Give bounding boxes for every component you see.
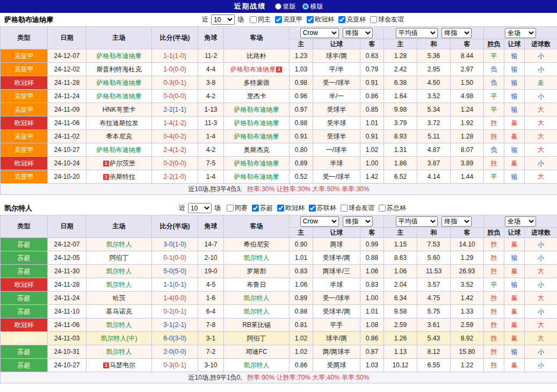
- score: 2-4(1-2): [152, 143, 198, 157]
- home-team-name: 凯尔特人: [106, 348, 132, 355]
- avg-away-odds: 1.44: [451, 170, 484, 184]
- handicap-line: 半球: [313, 157, 360, 170]
- away-team-name: 萨格勒布迪纳摩: [234, 106, 279, 113]
- corners: 1-13: [198, 103, 224, 117]
- league-filter[interactable]: 球会友谊: [366, 15, 404, 24]
- league-filter-checkbox[interactable]: [227, 205, 234, 212]
- bookmaker-select[interactable]: Crow: [300, 216, 339, 227]
- scope-select[interactable]: 全场: [505, 28, 536, 38]
- layout-radio-label: 横版: [310, 2, 323, 11]
- league-badge: 克亚甲: [1, 49, 48, 63]
- match-date: 24-10-27: [48, 359, 86, 372]
- layout-radio-input[interactable]: [275, 3, 281, 10]
- home-team-cell: 1依斯特拉: [86, 170, 152, 184]
- away-team-name: 比路朴: [247, 52, 266, 60]
- result-handicap: 输: [504, 278, 525, 292]
- avg-away-odds: 2.97: [451, 63, 484, 76]
- away-team-cell: 萨格勒布迪纳摩: [224, 103, 290, 117]
- scope-select[interactable]: 全场: [505, 216, 536, 227]
- result-handicap: 输: [504, 345, 525, 359]
- league-filter[interactable]: 同赛: [222, 204, 248, 213]
- match-row: 克亚甲 24-10-27 萨格勒布迪纳摩 2-4(1-2) 4-2 奥斯杰克 0…: [1, 143, 557, 157]
- bookmaker-select[interactable]: Crow: [300, 28, 339, 38]
- avg-away-odds: 14.10: [451, 238, 484, 251]
- layout-radio-input[interactable]: [302, 3, 309, 10]
- match-row: 苏超 24-11-24 哈茨 1-4(0-0) 1-6 凯尔特人 0.89 受一…: [1, 292, 557, 305]
- league-filter[interactable]: 欧冠杯: [302, 15, 334, 24]
- handicap-home-odds: 0.52: [290, 170, 313, 184]
- league-badge: 苏超: [1, 292, 48, 305]
- handicap-line: 两球半/三: [313, 265, 360, 278]
- score: 0-3(0-1): [152, 359, 198, 372]
- avg-away-odds: 1.22: [451, 359, 484, 372]
- league-badge: 苏超: [1, 265, 48, 278]
- avg-home-odds: 2.04: [384, 278, 417, 292]
- home-team-cell: 凯尔特人: [86, 265, 152, 278]
- score: 3-1(2-1): [152, 318, 198, 332]
- layout-radio[interactable]: 横版: [302, 2, 323, 11]
- avg-index-select[interactable]: 终指: [442, 216, 472, 227]
- handicap-line: 两/两球半: [313, 345, 360, 359]
- league-filter-checkbox[interactable]: [341, 205, 348, 212]
- away-team-cell: 萨格勒布迪纳摩: [224, 130, 290, 143]
- league-filter[interactable]: 克亚甲: [271, 15, 302, 24]
- result-wdl: 负: [484, 63, 504, 76]
- result-handicap: 赢: [504, 117, 525, 130]
- away-team-name: 布鲁日: [247, 281, 266, 288]
- match-date: 24-12-05: [48, 251, 86, 265]
- league-filter-checkbox[interactable]: [309, 205, 316, 212]
- avg-draw-odds: 5.11: [417, 130, 451, 143]
- result-handicap: 赢: [504, 332, 525, 345]
- away-team-cell: 罗斯郡: [224, 265, 290, 278]
- league-filter[interactable]: 苏超: [248, 204, 273, 213]
- handicap-index-select[interactable]: 终指: [343, 28, 373, 38]
- away-team-cell: 多特蒙德: [224, 76, 290, 90]
- result-wdl: 胜: [484, 117, 504, 130]
- avg-odds-select[interactable]: 平均值: [396, 28, 438, 38]
- league-filter[interactable]: 苏总杯: [374, 204, 406, 213]
- score: 0-3(0-1): [152, 76, 198, 90]
- avg-odds-select[interactable]: 平均值: [396, 216, 438, 227]
- league-filter-checkbox[interactable]: [379, 205, 386, 212]
- recent-count-select[interactable]: 10: [188, 203, 212, 213]
- league-filter[interactable]: 克亚杯: [334, 15, 366, 24]
- league-filter-checkbox[interactable]: [307, 16, 314, 23]
- league-filter-checkbox[interactable]: [277, 205, 284, 212]
- league-filter[interactable]: 欧冠杯: [273, 204, 305, 213]
- result-goals: 大: [525, 265, 557, 278]
- league-filter-checkbox[interactable]: [250, 16, 257, 23]
- summary-rates: 胜率:30% 让胜率:30% 大率:50% 单率:30%: [247, 185, 369, 193]
- score: 0-2(0-1): [152, 305, 198, 318]
- league-filter-checkbox[interactable]: [275, 16, 282, 23]
- corners: 1-6: [198, 292, 224, 305]
- recent-count-select[interactable]: 10: [211, 14, 235, 25]
- away-team-name: 凯尔特人: [244, 361, 270, 369]
- handicap-index-select[interactable]: 终指: [343, 216, 373, 227]
- col-result: 胜负: [484, 39, 504, 49]
- handicap-line: 受一/球半: [313, 292, 360, 305]
- handicap-away-odds: 0.85: [360, 103, 384, 117]
- match-date: 24-10-20: [48, 170, 86, 184]
- result-handicap: 输: [504, 170, 525, 184]
- result-goals: 小: [525, 90, 557, 103]
- league-filter-checkbox[interactable]: [338, 16, 345, 23]
- league-filter-label: 克亚杯: [346, 15, 366, 24]
- handicap-home-odds: 1.06: [290, 278, 313, 292]
- handicap-away-odds: 1.03: [360, 359, 384, 372]
- layout-radio[interactable]: 竖版: [275, 2, 296, 11]
- home-team-name: 布拉迪斯拉发: [100, 119, 139, 127]
- score: 0-0(0-0): [152, 90, 198, 103]
- handicap-away-odds: 0.88: [360, 251, 384, 265]
- col-odds-home: 主: [384, 228, 417, 238]
- home-team-name: 马瑟韦尔: [110, 361, 135, 369]
- home-team-name: 阿伯丁: [110, 254, 129, 262]
- league-filter-checkbox[interactable]: [370, 16, 377, 23]
- league-filter[interactable]: 球会友谊: [336, 204, 374, 213]
- league-filter[interactable]: 苏联杯: [305, 204, 336, 213]
- redcard-badge: 1: [103, 161, 109, 166]
- league-filter[interactable]: 同主: [245, 15, 271, 24]
- home-team-cell: 凯尔特人: [86, 278, 152, 292]
- avg-index-select[interactable]: 终指: [442, 28, 472, 38]
- handicap-home-odds: 0.83: [290, 265, 313, 278]
- league-filter-checkbox[interactable]: [252, 205, 259, 212]
